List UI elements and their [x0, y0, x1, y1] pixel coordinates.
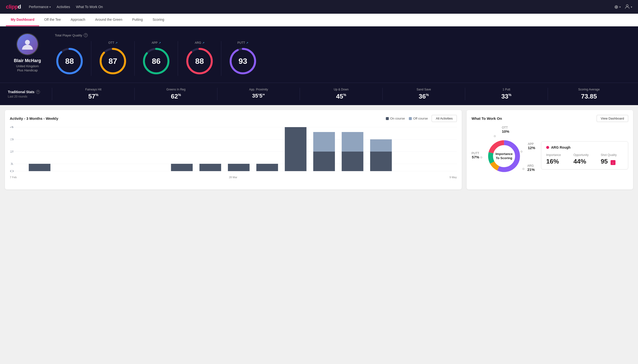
- stat-sand-save: Sand Save 36%: [382, 88, 465, 100]
- metric-importance: Importance 16%: [546, 153, 568, 165]
- bar-week13-on: [370, 152, 392, 171]
- nav-performance[interactable]: Performance ▾: [29, 5, 51, 9]
- bar-week10-on: [285, 127, 307, 171]
- shot-quality-badge: ↓: [610, 160, 615, 165]
- score-ott: OTT ↗ 87: [91, 41, 135, 76]
- svg-point-1: [25, 40, 30, 45]
- arg-circle: 88: [185, 46, 214, 76]
- x-label-feb: 7 Feb: [10, 176, 17, 179]
- svg-text:4: 4: [10, 126, 14, 128]
- all-activities-button[interactable]: All Activities: [432, 115, 457, 122]
- score-circles: 88 OTT ↗ 87: [55, 41, 630, 76]
- avatar-image: [17, 34, 38, 54]
- ott-arrow-icon: ↗: [115, 41, 118, 44]
- stat-up-down: Up & Down 45%: [300, 88, 382, 100]
- trad-title: Traditional Stats ?: [8, 90, 52, 94]
- x-label-may: 9 May: [450, 176, 457, 179]
- nav-links: Performance ▾ Activities What To Work On: [29, 5, 103, 9]
- legend-on-course: On course: [386, 116, 405, 120]
- tab-approach[interactable]: Approach: [66, 14, 90, 26]
- svg-text:2: 2: [10, 150, 14, 153]
- putt-label: PUTT 57%: [472, 152, 479, 159]
- stat-1-putt: 1 Putt 33%: [465, 88, 547, 100]
- ott-circle: 87: [98, 46, 128, 76]
- svg-text:3: 3: [10, 138, 14, 141]
- bar-week8-on: [228, 164, 250, 171]
- user-chevron-icon: ▾: [631, 6, 632, 8]
- off-course-dot: [409, 117, 412, 120]
- arg-value: 88: [195, 57, 204, 66]
- plus-circle-icon: ⊕: [614, 4, 618, 10]
- user-icon: [624, 4, 630, 10]
- scores-section: Total Player Quality ? 88: [55, 33, 630, 76]
- bar-week7-on: [199, 164, 221, 171]
- bar-week6-on: [171, 164, 193, 171]
- tpq-label: Total Player Quality ?: [55, 33, 630, 37]
- bottom-section: Activity - 3 Months - Weekly On course O…: [0, 105, 638, 194]
- score-putt: PUTT ↗ 93: [221, 41, 264, 76]
- player-card: Blair McHarg United Kingdom Plus Handica…: [8, 33, 47, 72]
- tab-around-the-green[interactable]: Around the Green: [90, 14, 127, 26]
- logo[interactable]: clippd: [6, 4, 21, 10]
- arg-label: ARG 21%: [527, 164, 535, 172]
- tpq-help-icon[interactable]: ?: [84, 33, 88, 37]
- chart-svg: 4 3 2 1 0: [10, 126, 457, 175]
- app-dot: [520, 150, 522, 152]
- detail-metrics: Importance 16% Opportunity 44% Shot Qual…: [546, 153, 623, 165]
- stat-scoring-average: Scoring Average 73.85: [548, 88, 630, 100]
- tab-off-the-tee[interactable]: Off the Tee: [39, 14, 66, 26]
- tab-scoring[interactable]: Scoring: [148, 14, 169, 26]
- work-on-header: What To Work On View Dashboard: [472, 115, 628, 122]
- donut-svg-container: Importance To Scoring: [487, 139, 521, 174]
- tab-bar: My Dashboard Off the Tee Approach Around…: [0, 14, 638, 26]
- work-on-card: What To Work On View Dashboard PUTT 57% …: [467, 110, 633, 190]
- donut-wrapper: PUTT 57% OTT 10% APP 12% ARG 21%: [472, 126, 535, 184]
- arg-dot: [522, 168, 524, 170]
- tab-my-dashboard[interactable]: My Dashboard: [6, 14, 39, 26]
- app-value: 86: [152, 57, 161, 66]
- putt-circle: 93: [228, 46, 258, 76]
- chevron-icon: ▾: [619, 6, 621, 8]
- total-value: 88: [65, 57, 74, 66]
- user-menu-button[interactable]: ▾: [624, 4, 632, 10]
- chevron-down-icon: ▾: [50, 6, 51, 8]
- tab-putting[interactable]: Putting: [127, 14, 148, 26]
- work-on-title: What To Work On: [472, 116, 502, 120]
- player-country: United Kingdom: [16, 64, 39, 68]
- svg-text:Importance: Importance: [496, 152, 513, 156]
- score-total: 88: [55, 41, 91, 76]
- ott-dot: [494, 135, 496, 137]
- work-on-content: PUTT 57% OTT 10% APP 12% ARG 21%: [472, 126, 628, 184]
- trad-subtitle: Last 20 rounds: [8, 95, 52, 98]
- app-arrow-icon: ↗: [159, 41, 161, 44]
- detail-card: ARG Rough Importance 16% Opportunity 44%…: [541, 141, 628, 170]
- bar-week11-off: [313, 132, 335, 152]
- ott-label: OTT 10%: [502, 126, 509, 134]
- avatar: [17, 33, 39, 55]
- metric-shot-quality: Shot Quality 95 ↓: [601, 153, 623, 165]
- trad-help-icon[interactable]: ?: [36, 90, 40, 94]
- total-circle: 88: [55, 46, 84, 76]
- on-course-dot: [386, 117, 389, 120]
- nav-activities[interactable]: Activities: [57, 5, 70, 9]
- bar-week12-on: [342, 152, 364, 171]
- donut-svg: Importance To Scoring: [487, 139, 521, 173]
- view-dashboard-button[interactable]: View Dashboard: [597, 115, 628, 122]
- arg-arrow-icon: ↗: [202, 41, 204, 44]
- activity-title: Activity - 3 Months - Weekly: [10, 116, 58, 120]
- logo-d: d: [18, 4, 21, 10]
- app-label: APP 12%: [528, 142, 535, 150]
- bar-week9-on: [256, 164, 278, 171]
- bar-week13-off: [370, 139, 392, 152]
- arg-rough-dot: [546, 146, 549, 149]
- putt-value: 93: [239, 57, 247, 66]
- nav-what-to-work-on[interactable]: What To Work On: [76, 5, 103, 9]
- detail-title: ARG Rough: [546, 146, 623, 149]
- traditional-stats: Traditional Stats ? Last 20 rounds Fairw…: [0, 83, 638, 105]
- stat-fairways-hit: Fairways Hit 57%: [52, 88, 134, 100]
- putt-arrow-icon: ↗: [246, 41, 248, 44]
- add-button[interactable]: ⊕ ▾: [614, 4, 621, 10]
- bar-week11-on: [313, 152, 335, 171]
- bar-week12-off: [342, 132, 364, 152]
- activity-legend: On course Off course: [386, 116, 428, 120]
